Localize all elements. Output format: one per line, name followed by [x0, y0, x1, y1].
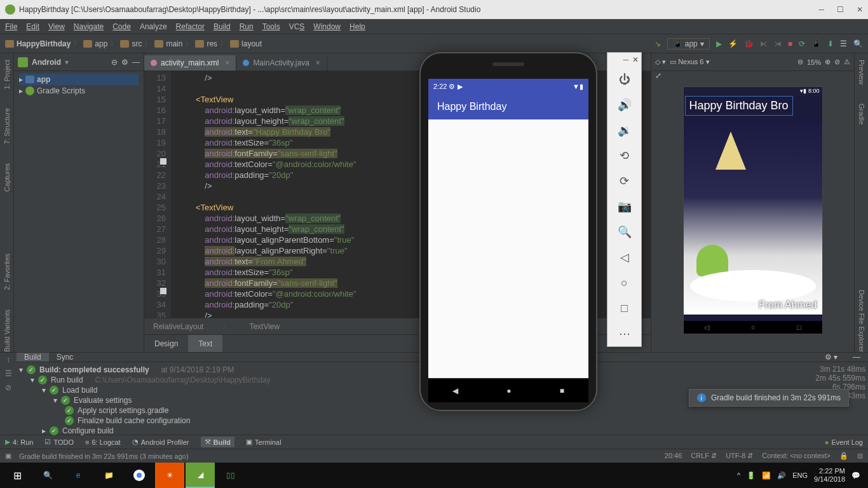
- menu-build[interactable]: Build: [214, 22, 231, 31]
- menu-refactor[interactable]: Refactor: [176, 22, 205, 31]
- collapse-icon[interactable]: ⊖: [111, 58, 118, 67]
- tw-terminal[interactable]: ▣Terminal: [246, 438, 281, 446]
- build-filter-icon[interactable]: ☰: [3, 369, 13, 379]
- breadcrumb-main[interactable]: main: [166, 39, 182, 48]
- taskview-icon[interactable]: ▯▯: [216, 463, 245, 488]
- search-button[interactable]: 🔍: [33, 463, 62, 488]
- emu-back-icon[interactable]: ◁: [607, 245, 641, 270]
- encoding[interactable]: UTF-8 ⇵: [726, 452, 753, 460]
- volume-icon[interactable]: 🔊: [777, 471, 786, 480]
- tray-chevron-icon[interactable]: ^: [737, 471, 740, 479]
- notifications-icon[interactable]: 💬: [851, 471, 860, 480]
- minimize-button[interactable]: ─: [818, 5, 824, 14]
- context[interactable]: Context: <no context>: [762, 452, 831, 460]
- crumb-textview[interactable]: TextView: [249, 322, 280, 331]
- crumb-relativelayout[interactable]: RelativeLayout: [153, 322, 203, 331]
- wifi-icon[interactable]: 📶: [762, 471, 771, 480]
- tw-run[interactable]: ▶4: Run: [5, 438, 33, 446]
- tab-device-explorer[interactable]: Device File Explorer: [858, 290, 865, 352]
- language-indicator[interactable]: ENG: [792, 471, 808, 479]
- build-tab-sync[interactable]: Sync: [49, 353, 81, 362]
- hide-icon[interactable]: —: [132, 58, 140, 67]
- warnings-icon[interactable]: ⚠: [844, 58, 850, 66]
- tw-build[interactable]: ⚒Build: [201, 437, 235, 447]
- close-tab-icon[interactable]: ×: [225, 58, 229, 67]
- start-button[interactable]: ⊞: [3, 463, 32, 488]
- menu-analyze[interactable]: Analyze: [140, 22, 167, 31]
- emu-power-icon[interactable]: ⏻: [607, 67, 641, 92]
- build-row-config[interactable]: ▸ ✓ Configure build: [19, 426, 796, 436]
- menu-help[interactable]: Help: [349, 22, 365, 31]
- build-row-eval[interactable]: ▾ ✓ Evaluate settings: [19, 395, 796, 405]
- tree-node-gradle[interactable]: ▸Gradle Scripts: [19, 85, 139, 97]
- tab-captures[interactable]: Captures: [3, 163, 11, 192]
- trash-icon[interactable]: ⊟: [857, 452, 863, 460]
- debug-button[interactable]: 🐞: [744, 39, 754, 48]
- preview-device-selector[interactable]: ▭ Nexus 6 ▾: [670, 58, 709, 66]
- breadcrumb-app[interactable]: app: [95, 39, 107, 48]
- tab-favorites[interactable]: 2: Favorites: [3, 254, 11, 290]
- close-button[interactable]: ✕: [857, 5, 863, 14]
- emu-rotate-left-icon[interactable]: ⟲: [607, 143, 641, 168]
- tab-text[interactable]: Text: [188, 335, 222, 352]
- edge-icon[interactable]: e: [64, 463, 93, 488]
- attach-icon[interactable]: ⧕: [774, 39, 782, 48]
- breadcrumb-layout[interactable]: layout: [241, 39, 262, 48]
- emu-voldown-icon[interactable]: 🔉: [607, 118, 641, 143]
- gradle-toast[interactable]: i Gradle build finished in 3m 22s 991ms: [689, 389, 849, 407]
- project-view-selector[interactable]: Android: [32, 58, 61, 67]
- build-tab-build[interactable]: Build: [17, 353, 49, 362]
- apply-changes-icon[interactable]: ⚡: [728, 39, 738, 48]
- build-toggle-icon[interactable]: ↕: [3, 355, 13, 365]
- sync-icon[interactable]: ⟳: [799, 39, 805, 48]
- tab-mainactivity[interactable]: MainActivity.java×: [236, 55, 327, 71]
- tab-design[interactable]: Design: [144, 335, 188, 352]
- breadcrumb-src[interactable]: src: [132, 39, 142, 48]
- menu-view[interactable]: View: [48, 22, 65, 31]
- preview-orientation-icon[interactable]: ◇ ▾: [655, 58, 666, 66]
- menu-navigate[interactable]: Navigate: [74, 22, 104, 31]
- build-row-run[interactable]: ▾ ✓ Run build C:\Users\Osamaaboufarrag\D…: [19, 375, 796, 385]
- chrome-icon[interactable]: [125, 463, 154, 488]
- emu-zoom-icon[interactable]: 🔍: [607, 219, 641, 245]
- zoom-out-icon[interactable]: ⊖: [797, 58, 803, 66]
- menu-tools[interactable]: Tools: [262, 22, 280, 31]
- tab-build-variants[interactable]: Build Variants: [3, 309, 11, 352]
- maximize-button[interactable]: ☐: [837, 5, 844, 14]
- tab-project[interactable]: 1: Project: [3, 60, 11, 89]
- profile-icon[interactable]: ⧔: [760, 39, 768, 48]
- structure-icon[interactable]: ☰: [840, 39, 847, 48]
- build-settings-icon[interactable]: ⚙ ▾: [817, 353, 845, 362]
- menu-window[interactable]: Window: [313, 22, 341, 31]
- run-config-selector[interactable]: 📱 app ▾: [667, 38, 710, 50]
- menu-run[interactable]: Run: [240, 22, 254, 31]
- search-icon[interactable]: 🔍: [853, 39, 863, 48]
- explorer-icon[interactable]: 📁: [94, 463, 123, 488]
- settings-icon[interactable]: ⚙: [121, 58, 128, 67]
- zoom-fit-icon[interactable]: ⊘: [834, 58, 840, 66]
- preview-device[interactable]: ▾▮ 8:00 Happy Birthday Bro From Ahmed ◁○…: [683, 86, 823, 334]
- make-icon[interactable]: ↘: [654, 39, 661, 48]
- menu-edit[interactable]: Edit: [26, 22, 39, 31]
- breadcrumb-res[interactable]: res: [207, 39, 217, 48]
- zoom-in-icon[interactable]: ⊕: [825, 58, 831, 66]
- build-row-load[interactable]: ▾ ✓ Load build: [19, 385, 796, 395]
- build-row-root[interactable]: ▾ ✓ Build: completed successfully at 9/1…: [19, 365, 796, 375]
- run-button[interactable]: ▶: [716, 39, 722, 48]
- tw-logcat[interactable]: ≡6: Logcat: [85, 438, 121, 446]
- tab-gradle[interactable]: Gradle: [858, 104, 865, 125]
- sdk-icon[interactable]: ⬇: [827, 39, 834, 48]
- emu-overview-icon[interactable]: □: [607, 295, 641, 321]
- emu-nav-bar[interactable]: ◀●■: [428, 379, 588, 402]
- build-clear-icon[interactable]: ⊘: [3, 383, 13, 393]
- tab-structure[interactable]: 7: Structure: [3, 108, 11, 144]
- build-hide-icon[interactable]: —: [845, 353, 868, 362]
- tw-todo[interactable]: ☑TODO: [44, 438, 74, 446]
- emu-close-icon[interactable]: ✕: [632, 55, 639, 64]
- close-tab-icon[interactable]: ×: [316, 58, 320, 67]
- emu-camera-icon[interactable]: 📷: [607, 194, 641, 219]
- build-row-finalize[interactable]: ✓ Finalize build cache configuration: [19, 416, 796, 426]
- emu-volup-icon[interactable]: 🔊: [607, 92, 641, 118]
- lock-icon[interactable]: 🔒: [839, 452, 848, 460]
- emu-home-icon[interactable]: ○: [607, 270, 641, 295]
